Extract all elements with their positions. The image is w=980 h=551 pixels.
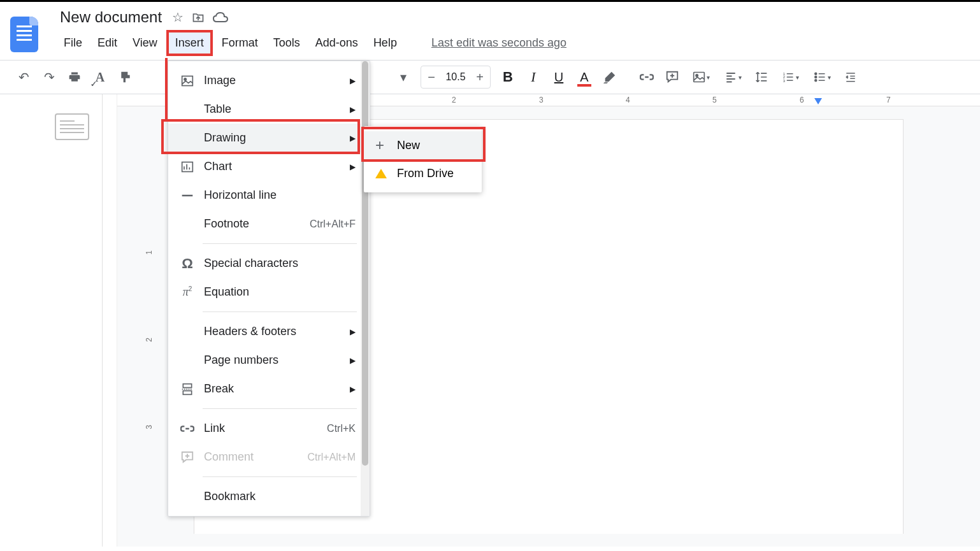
spellcheck-button[interactable]: A✓ — [89, 66, 111, 88]
italic-button[interactable]: I — [522, 66, 544, 88]
insert-table[interactable]: Table▶ — [168, 95, 370, 124]
undo-button[interactable]: ↶ — [13, 66, 34, 88]
underline-button[interactable]: U — [548, 66, 570, 88]
menu-item-label: Link — [204, 422, 225, 435]
menu-item-label: Break — [204, 382, 234, 396]
insert-bookmark[interactable]: Bookmark — [168, 482, 370, 511]
svg-point-6 — [814, 76, 816, 78]
link-icon — [180, 422, 195, 436]
submenu-label: From Drive — [397, 167, 454, 180]
menu-format[interactable]: Format — [215, 32, 264, 54]
svg-rect-11 — [183, 383, 191, 387]
chevron-right-icon: ▶ — [350, 134, 356, 143]
insert-break[interactable]: Break▶ — [168, 375, 370, 403]
menu-shortcut: Ctrl+K — [327, 423, 356, 434]
plus-icon: + — [375, 136, 389, 154]
insert-footnote[interactable]: FootnoteCtrl+Alt+F — [168, 210, 370, 238]
insert-drawing[interactable]: Drawing▶ — [168, 124, 370, 152]
svg-point-7 — [814, 80, 816, 82]
menu-bar: File Edit View Insert Format Tools Add-o… — [57, 30, 566, 56]
ruler-marker[interactable] — [814, 98, 822, 104]
chevron-right-icon: ▶ — [350, 385, 356, 394]
menu-tools[interactable]: Tools — [267, 32, 306, 54]
font-dropdown-arrow[interactable]: ▾ — [393, 66, 414, 88]
drawing-submenu: +NewFrom Drive — [364, 126, 482, 192]
menu-help[interactable]: Help — [367, 32, 403, 54]
svg-rect-0 — [693, 73, 704, 82]
insert-menu-dropdown: Image▶Table▶Drawing▶Chart▶Horizontal lin… — [168, 61, 370, 517]
chevron-right-icon: ▶ — [350, 327, 356, 336]
menu-item-label: Special characters — [204, 257, 298, 270]
svg-point-1 — [696, 75, 698, 76]
insert-headers-footers[interactable]: Headers & footers▶ — [168, 317, 370, 346]
svg-text:3: 3 — [782, 79, 785, 83]
insert-link-button[interactable] — [636, 66, 658, 88]
docs-logo[interactable] — [10, 17, 38, 52]
decrease-indent-button[interactable] — [840, 66, 861, 88]
menu-item-label: Equation — [204, 285, 249, 299]
menu-edit[interactable]: Edit — [91, 32, 124, 54]
increase-font-button[interactable]: + — [470, 66, 490, 88]
submenu-label: New — [397, 139, 420, 152]
svg-point-5 — [814, 73, 816, 75]
text-color-button[interactable]: A — [573, 66, 595, 88]
star-icon[interactable]: ☆ — [172, 10, 184, 25]
insert-horizontal-line[interactable]: Horizontal line — [168, 181, 370, 210]
cloud-status-icon[interactable] — [213, 11, 228, 23]
menu-file[interactable]: File — [57, 32, 89, 54]
insert-chart[interactable]: Chart▶ — [168, 152, 370, 181]
insert-equation[interactable]: π2Equation — [168, 278, 370, 306]
chevron-right-icon: ▶ — [350, 76, 356, 85]
insert-image[interactable]: Image▶ — [168, 66, 370, 95]
hline-icon — [180, 189, 195, 202]
decrease-font-button[interactable]: − — [421, 66, 442, 88]
drawing-new[interactable]: +New — [364, 131, 482, 159]
chevron-right-icon: ▶ — [350, 162, 356, 171]
insert-image-button[interactable]: ▾ — [687, 66, 715, 88]
font-size-value[interactable]: 10.5 — [442, 71, 470, 83]
menu-item-label: Image — [204, 74, 236, 87]
pi-icon: π2 — [180, 285, 195, 299]
insert-comment[interactable]: CommentCtrl+Alt+M — [168, 443, 370, 471]
paint-format-button[interactable] — [115, 66, 136, 88]
numbered-list-button[interactable]: 123 ▾ — [776, 66, 804, 88]
align-button[interactable]: ▾ — [719, 66, 747, 88]
menu-addons[interactable]: Add-ons — [309, 32, 364, 54]
add-comment-button[interactable] — [661, 66, 683, 88]
bullet-list-button[interactable]: ▾ — [808, 66, 836, 88]
outline-icon[interactable] — [55, 113, 89, 140]
chart-icon — [180, 161, 195, 173]
menu-shortcut: Ctrl+Alt+M — [307, 452, 356, 463]
line-spacing-button[interactable] — [751, 66, 772, 88]
highlight-button[interactable] — [599, 66, 621, 88]
drive-icon — [375, 169, 389, 178]
comment-icon — [180, 450, 195, 464]
menu-view[interactable]: View — [126, 32, 164, 54]
move-icon[interactable] — [191, 11, 205, 24]
last-edit-link[interactable]: Last edit was seconds ago — [431, 36, 566, 50]
redo-button[interactable]: ↷ — [38, 66, 60, 88]
chevron-right-icon: ▶ — [350, 356, 356, 365]
break-icon — [180, 383, 195, 396]
menu-item-label: Chart — [204, 160, 232, 173]
svg-rect-8 — [182, 76, 193, 85]
insert-page-numbers[interactable]: Page numbers▶ — [168, 346, 370, 375]
menu-item-label: Footnote — [204, 217, 249, 231]
menu-item-label: Comment — [204, 450, 254, 464]
insert-special-characters[interactable]: ΩSpecial characters — [168, 249, 370, 278]
menu-shortcut: Ctrl+Alt+F — [310, 218, 356, 230]
omega-icon: Ω — [180, 255, 195, 272]
bold-button[interactable]: B — [497, 66, 519, 88]
print-button[interactable] — [64, 66, 85, 88]
svg-point-9 — [184, 78, 186, 80]
image-icon — [180, 75, 195, 87]
menu-item-label: Table — [204, 103, 231, 116]
drawing-from-drive[interactable]: From Drive — [364, 159, 482, 187]
menu-item-label: Headers & footers — [204, 325, 296, 338]
insert-link[interactable]: LinkCtrl+K — [168, 414, 370, 443]
menu-item-label: Horizontal line — [204, 189, 277, 202]
toolbar: ↶ ↷ A✓ ▾ − 10.5 + B I U A ▾ ▾ 123 ▾ — [0, 60, 980, 94]
menu-insert[interactable]: Insert — [166, 30, 213, 56]
svg-rect-12 — [183, 390, 191, 394]
document-title[interactable]: New document — [57, 7, 164, 27]
